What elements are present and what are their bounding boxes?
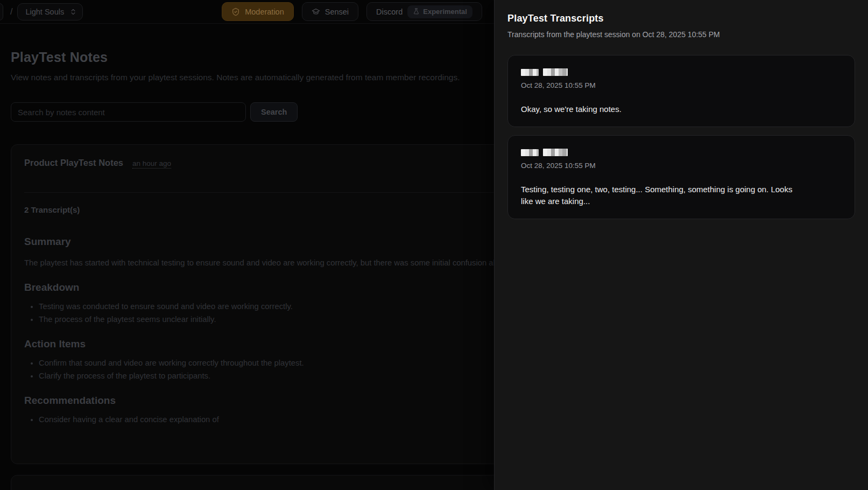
transcript-list: Oct 28, 2025 10:55 PM Okay, so we're tak…: [507, 55, 855, 219]
experimental-badge: Experimental: [407, 5, 472, 18]
note-title: Product PlayTest Notes: [24, 158, 123, 168]
redacted-block: [543, 149, 568, 156]
tab-discord[interactable]: Discord Experimental: [366, 2, 482, 21]
transcript-text: Okay, so we're taking notes.: [521, 103, 801, 115]
tab-moderation-label: Moderation: [245, 8, 284, 16]
redacted-block: [521, 69, 539, 76]
speaker-name-redacted: [521, 149, 842, 156]
redacted-block: [543, 68, 568, 76]
transcript-text: Testing, testing one, two, testing... So…: [521, 184, 801, 207]
tab-discord-label: Discord: [376, 8, 403, 16]
workspace-select-label: Light Souls: [25, 8, 64, 16]
speaker-name-redacted: [521, 68, 842, 76]
transcript-card: Oct 28, 2025 10:55 PM Okay, so we're tak…: [507, 55, 855, 127]
shield-check-icon: [231, 8, 240, 16]
graduation-cap-icon: [312, 8, 320, 16]
transcript-timestamp: Oct 28, 2025 10:55 PM: [521, 162, 842, 170]
transcript-card: Oct 28, 2025 10:55 PM Testing, testing o…: [507, 135, 855, 219]
tab-sensei[interactable]: Sensei: [302, 2, 358, 21]
workspace-select[interactable]: Light Souls: [17, 3, 83, 20]
partial-button[interactable]: [0, 3, 3, 20]
breadcrumb-slash: /: [10, 7, 12, 17]
chevrons-up-down-icon: [69, 8, 77, 16]
drawer-subtitle: Transcripts from the playtest session on…: [507, 30, 855, 39]
transcripts-drawer: PlayTest Transcripts Transcripts from th…: [494, 0, 868, 490]
redacted-block: [521, 149, 539, 156]
drawer-title: PlayTest Transcripts: [507, 13, 855, 24]
tab-moderation[interactable]: Moderation: [222, 2, 294, 21]
note-timestamp[interactable]: an hour ago: [132, 159, 171, 169]
top-tabs: Moderation Sensei Discord Experimental: [222, 2, 482, 21]
transcript-timestamp: Oct 28, 2025 10:55 PM: [521, 81, 842, 89]
experimental-badge-label: Experimental: [423, 8, 467, 16]
flask-icon: [413, 8, 420, 15]
tab-sensei-label: Sensei: [325, 8, 349, 16]
search-button[interactable]: Search: [250, 102, 298, 122]
search-input[interactable]: [11, 102, 246, 122]
